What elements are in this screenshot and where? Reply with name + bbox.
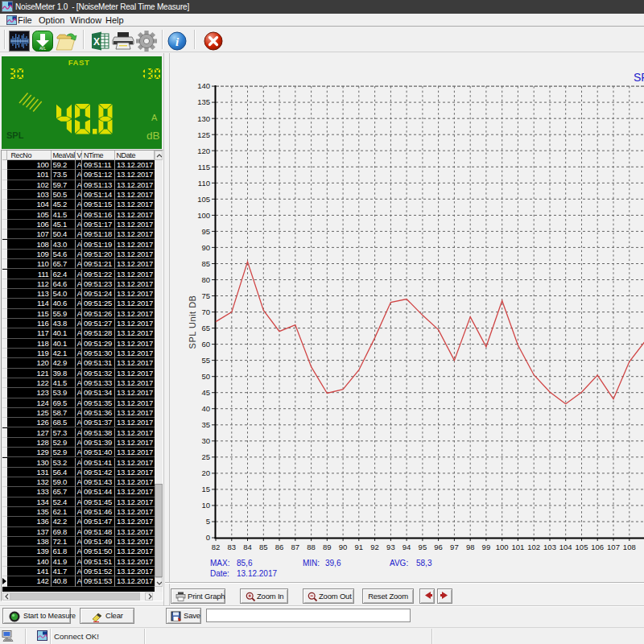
svg-text:95: 95 (201, 227, 210, 236)
svg-text:84: 84 (243, 543, 252, 551)
svg-text:25: 25 (201, 452, 210, 461)
svg-text:125: 125 (197, 130, 210, 139)
svg-text:50: 50 (201, 372, 210, 381)
svg-text:91: 91 (355, 543, 364, 551)
svg-text:98: 98 (466, 543, 475, 551)
svg-text:10: 10 (201, 501, 210, 510)
svg-text:55: 55 (201, 356, 210, 365)
svg-text:107: 107 (607, 543, 620, 551)
svg-text:30: 30 (201, 436, 210, 445)
svg-text:AVL: AVL (39, 47, 47, 51)
svg-text:X: X (93, 36, 100, 47)
svg-text:88: 88 (307, 543, 316, 551)
svg-text:100: 100 (496, 543, 509, 551)
svg-text:97: 97 (450, 543, 459, 551)
svg-text:35: 35 (201, 420, 210, 429)
svg-text:SPL: SPL (6, 130, 24, 140)
svg-text:94: 94 (402, 543, 411, 551)
svg-text:MAX:: MAX: (210, 559, 229, 568)
svg-text:A: A (151, 113, 158, 122)
svg-text:92: 92 (370, 543, 379, 551)
svg-text:MIN:: MIN: (303, 559, 320, 568)
svg-text:AVG:: AVG: (390, 559, 408, 568)
svg-text:103: 103 (543, 543, 556, 551)
svg-text:90: 90 (201, 243, 210, 252)
svg-text:5: 5 (206, 517, 210, 526)
svg-text:90: 90 (339, 543, 348, 551)
svg-text:115: 115 (198, 163, 210, 171)
svg-text:110: 110 (198, 179, 210, 188)
svg-text:95: 95 (419, 543, 427, 551)
svg-text:130: 130 (197, 114, 210, 123)
svg-text:0: 0 (206, 533, 210, 542)
svg-text:58,3: 58,3 (416, 559, 432, 568)
svg-text:89: 89 (323, 543, 332, 551)
svg-text:Date:: Date: (210, 569, 229, 578)
svg-text:101: 101 (511, 543, 524, 551)
svg-text:20: 20 (201, 469, 210, 477)
svg-text:96: 96 (434, 543, 443, 551)
svg-text:SPL: SPL (634, 71, 644, 84)
svg-text:85: 85 (259, 543, 268, 551)
svg-text:86: 86 (275, 543, 284, 551)
svg-text:108: 108 (623, 543, 636, 551)
svg-text:SPL Unit DB: SPL Unit DB (188, 295, 197, 349)
svg-text:13.12.2017: 13.12.2017 (237, 569, 277, 578)
svg-text:105: 105 (197, 195, 210, 204)
svg-text:dB: dB (147, 130, 160, 142)
svg-text:87: 87 (291, 543, 300, 551)
svg-text:82: 82 (212, 543, 221, 551)
svg-text:85,6: 85,6 (237, 559, 253, 568)
svg-text:60: 60 (201, 340, 210, 349)
svg-text:45: 45 (201, 388, 210, 397)
svg-text:120: 120 (197, 147, 210, 155)
svg-text:83: 83 (228, 543, 237, 551)
svg-text:85: 85 (201, 259, 210, 268)
svg-text:102: 102 (527, 543, 540, 551)
svg-text:80: 80 (201, 275, 210, 284)
svg-text:70: 70 (201, 308, 210, 316)
svg-text:93: 93 (386, 543, 395, 551)
svg-text:75: 75 (201, 291, 210, 300)
svg-text:140: 140 (197, 81, 210, 90)
svg-text:104: 104 (559, 543, 572, 551)
svg-text:100: 100 (197, 211, 210, 220)
svg-text:39,6: 39,6 (325, 559, 341, 568)
svg-text:135: 135 (197, 97, 210, 106)
svg-text:105: 105 (576, 543, 588, 551)
svg-text:65: 65 (201, 324, 210, 332)
svg-text:40: 40 (201, 404, 210, 413)
svg-text:FAST: FAST (68, 58, 90, 67)
svg-text:99: 99 (482, 543, 491, 551)
svg-text:15: 15 (201, 485, 210, 493)
svg-text:106: 106 (591, 543, 604, 551)
